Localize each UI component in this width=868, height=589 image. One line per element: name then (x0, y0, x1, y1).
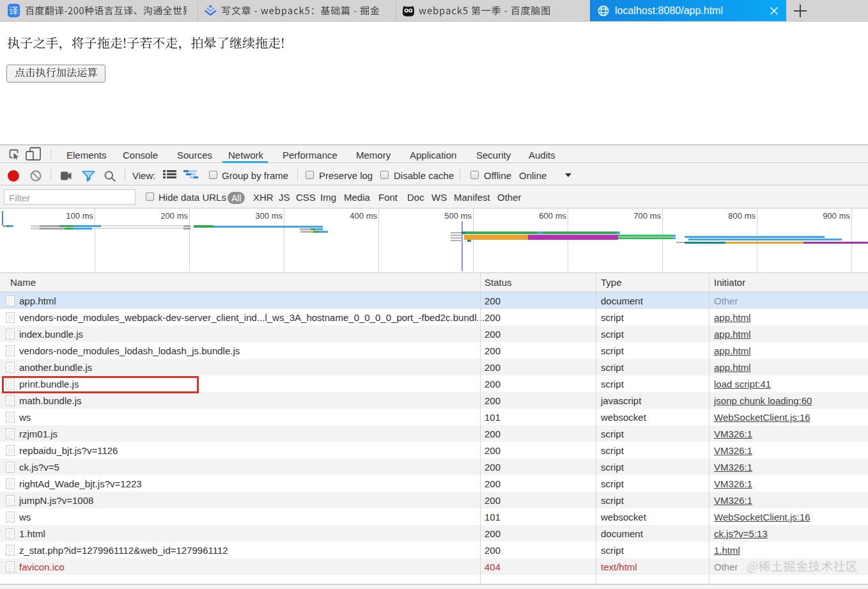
svg-text:400 ms: 400 ms (350, 211, 377, 221)
svg-text:100 ms: 100 ms (66, 211, 93, 221)
svg-text:300 ms: 300 ms (255, 211, 283, 221)
svg-text:200 ms: 200 ms (160, 211, 188, 221)
svg-text:500 ms: 500 ms (444, 211, 472, 221)
svg-text:900 ms: 900 ms (823, 211, 850, 221)
svg-text:700 ms: 700 ms (633, 211, 661, 221)
svg-text:800 ms: 800 ms (728, 211, 756, 221)
svg-text:600 ms: 600 ms (539, 211, 566, 221)
